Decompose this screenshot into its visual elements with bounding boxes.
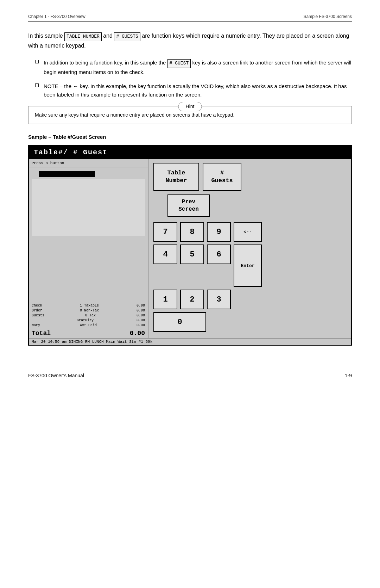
numpad-row-4: 0 bbox=[153, 312, 346, 332]
footer-left: FS-3700 Owner’s Manual bbox=[28, 373, 84, 378]
pos-body: Press a button Check 1 Taxable 0.00 Orde… bbox=[29, 159, 351, 338]
pos-input-bar bbox=[39, 171, 95, 177]
key-guests: # GUESTS bbox=[114, 32, 140, 41]
footer-check: Check bbox=[32, 303, 42, 308]
intro-and: and bbox=[103, 33, 114, 39]
footer-amt-paid-val: 0.00 bbox=[137, 323, 145, 328]
footer-order: Order bbox=[32, 308, 42, 313]
footer-guests-val: 0 Tax bbox=[85, 313, 96, 318]
numpad-row-3: 1 2 3 bbox=[153, 290, 346, 309]
footer-nontax-val: 0.00 bbox=[137, 308, 145, 313]
footer-spacer bbox=[32, 318, 34, 323]
key-table-number: TABLE NUMBER bbox=[64, 32, 102, 41]
footer-mary: Mary bbox=[32, 323, 40, 328]
pos-left-header: Press a button bbox=[29, 159, 148, 167]
footer-guests: Guests bbox=[32, 313, 44, 318]
num-btn-6[interactable]: 6 bbox=[207, 245, 231, 264]
intro-text-before: In this sample bbox=[28, 33, 63, 39]
pos-order-area bbox=[29, 167, 148, 301]
btn-table-number[interactable]: TableNumber bbox=[153, 163, 199, 191]
num-btn-9[interactable]: 9 bbox=[207, 222, 231, 242]
pos-title-bar: Table#/ # Guest bbox=[29, 146, 351, 159]
pos-top-btn-row: TableNumber #Guests bbox=[153, 163, 346, 191]
header-left: Chapter 1 - FS-3700 Overview bbox=[28, 14, 86, 19]
bullet-item-2: NOTE – the ← key. In this example, the k… bbox=[35, 82, 352, 99]
footer-tax-amount: 0.00 bbox=[137, 313, 145, 318]
hint-text: Make sure any keys that require a numeri… bbox=[35, 112, 234, 118]
btn-prev-screen[interactable]: PrevScreen bbox=[167, 194, 210, 217]
pos-footer-row-5: Mary Amt Paid 0.00 bbox=[32, 323, 145, 328]
footer-right: 1-9 bbox=[345, 373, 352, 378]
header-right: Sample FS-3700 Screens bbox=[304, 14, 352, 19]
pos-right-panel: TableNumber #Guests PrevScreen 7 8 9 <-- bbox=[148, 159, 351, 338]
total-label: Total bbox=[32, 330, 51, 337]
num-btn-0[interactable]: 0 bbox=[153, 312, 206, 332]
total-value: 0.00 bbox=[130, 330, 145, 337]
num-btn-3[interactable]: 3 bbox=[207, 290, 231, 309]
num-btn-2[interactable]: 2 bbox=[180, 290, 204, 309]
hint-title: Hint bbox=[178, 102, 202, 111]
bullet-list: In addition to being a function key, in … bbox=[35, 58, 352, 99]
pos-total-row: Total 0.00 bbox=[32, 329, 145, 337]
pos-footer-row-1: Check 1 Taxable 0.00 bbox=[32, 303, 145, 308]
btn-guests[interactable]: #Guests bbox=[203, 163, 241, 191]
num-btn-4[interactable]: 4 bbox=[153, 245, 177, 264]
footer-gratuity: Gratuity bbox=[77, 318, 94, 323]
intro-paragraph: In this sample TABLE NUMBER and # GUESTS… bbox=[28, 31, 352, 50]
numpad-section: 7 8 9 <-- 4 5 6 Enter 1 2 bbox=[153, 222, 346, 335]
bullet-text-2: NOTE – the ← key. In this example, the k… bbox=[44, 82, 352, 99]
key-guest-inline: # GUEST bbox=[167, 59, 191, 68]
num-btn-5[interactable]: 5 bbox=[180, 245, 204, 264]
section-heading: Sample – Table #/Guest Screen bbox=[28, 134, 352, 140]
btn-enter[interactable]: Enter bbox=[234, 245, 262, 287]
footer-amt-paid: Amt Paid bbox=[80, 323, 97, 328]
page-footer: FS-3700 Owner’s Manual 1-9 bbox=[28, 367, 352, 378]
numpad-row-1: 7 8 9 <-- bbox=[153, 222, 346, 242]
hint-box: Hint Make sure any keys that require a n… bbox=[28, 106, 352, 124]
page-header: Chapter 1 - FS-3700 Overview Sample FS-3… bbox=[28, 14, 352, 21]
bullet2-text: NOTE – the ← key. In this example, the k… bbox=[44, 83, 347, 98]
bullet-text-1: In addition to being a function key, in … bbox=[44, 58, 352, 76]
footer-tax-val: 0.00 bbox=[137, 303, 145, 308]
pos-footer-row-2: Order 0 Non-Tax 0.00 bbox=[32, 308, 145, 313]
numpad-row-2: 4 5 6 Enter bbox=[153, 245, 346, 287]
bullet-icon-2 bbox=[35, 83, 39, 87]
bullet-icon-1 bbox=[35, 60, 39, 63]
pos-status-bar: Mar 20 10:59 am DINING RM LUNCH Main Wai… bbox=[29, 338, 351, 345]
pos-order-list bbox=[32, 179, 145, 236]
footer-order-val: 0 Non-Tax bbox=[80, 308, 99, 313]
pos-left-panel: Press a button Check 1 Taxable 0.00 Orde… bbox=[29, 159, 148, 338]
footer-gratuity-val: 0.00 bbox=[137, 318, 145, 323]
pos-footer-row-4: Gratuity 0.00 bbox=[32, 318, 145, 323]
pos-footer: Check 1 Taxable 0.00 Order 0 Non-Tax 0.0… bbox=[29, 301, 148, 338]
num-btn-7[interactable]: 7 bbox=[153, 222, 177, 242]
num-btn-8[interactable]: 8 bbox=[180, 222, 204, 242]
bullet-item-1: In addition to being a function key, in … bbox=[35, 58, 352, 76]
btn-backspace[interactable]: <-- bbox=[234, 222, 262, 242]
pos-screen-wrapper: Table#/ # Guest Press a button Check 1 T… bbox=[28, 145, 352, 346]
num-btn-1[interactable]: 1 bbox=[153, 290, 177, 309]
pos-footer-row-3: Guests 0 Tax 0.00 bbox=[32, 313, 145, 318]
pos-prev-btn-row: PrevScreen bbox=[157, 194, 346, 217]
status-text: Mar 20 10:59 am DINING RM LUNCH Main Wai… bbox=[32, 340, 152, 344]
footer-check-val: 1 Taxable bbox=[80, 303, 99, 308]
bullet1-text1: In addition to being a function key, in … bbox=[44, 60, 167, 66]
